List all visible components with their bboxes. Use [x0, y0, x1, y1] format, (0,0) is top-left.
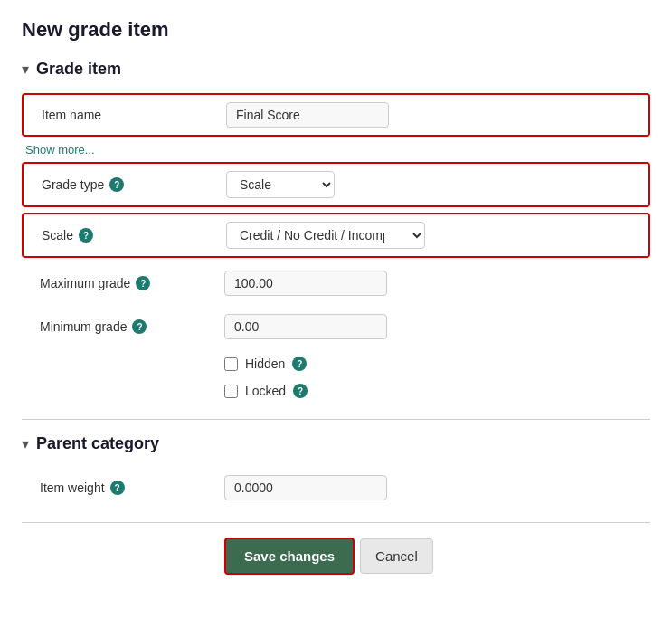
maximum-grade-input[interactable] [224, 271, 387, 296]
item-name-row: Item name [24, 95, 648, 135]
parent-category-section: ▾ Parent category Item weight ? [22, 434, 650, 508]
grade-type-help-icon[interactable]: ? [109, 177, 124, 192]
item-name-label: Item name [42, 108, 101, 122]
hidden-checkbox[interactable] [224, 357, 238, 371]
scale-row-wrapper: Scale ? Credit / No Credit / Incomplete … [22, 213, 650, 258]
grade-type-row: Grade type ? Value Scale Text None [24, 164, 648, 205]
locked-help-icon[interactable]: ? [293, 384, 308, 398]
item-name-label-col: Item name [27, 108, 226, 122]
minimum-grade-input-col [224, 314, 647, 339]
item-name-row-wrapper: Item name [22, 93, 650, 137]
item-weight-label: Item weight [40, 481, 105, 495]
maximum-grade-input-col [224, 271, 647, 296]
minimum-grade-help-icon[interactable]: ? [132, 319, 147, 334]
hidden-label: Hidden [245, 357, 285, 371]
grade-type-label: Grade type [42, 177, 104, 192]
scale-help-icon[interactable]: ? [79, 228, 93, 243]
page-title: New grade item [22, 18, 650, 42]
minimum-grade-input[interactable] [224, 314, 387, 339]
minimum-grade-label: Minimum grade [40, 319, 127, 334]
scale-label: Scale [42, 228, 73, 243]
item-name-input-col [226, 102, 645, 128]
item-weight-label-col: Item weight ? [25, 481, 224, 495]
parent-category-chevron[interactable]: ▾ [22, 435, 29, 452]
footer-row: Save changes Cancel [22, 522, 650, 578]
maximum-grade-label: Maximum grade [40, 276, 130, 290]
item-name-input[interactable] [226, 102, 389, 128]
maximum-grade-help-icon[interactable]: ? [136, 276, 150, 290]
hidden-help-icon[interactable]: ? [292, 357, 307, 371]
hidden-checkbox-row: Hidden ? [22, 350, 650, 377]
maximum-grade-label-col: Maximum grade ? [25, 276, 224, 290]
grade-type-label-col: Grade type ? [27, 177, 226, 192]
show-more-link[interactable]: Show more... [22, 143, 95, 157]
grade-item-heading: Grade item [36, 60, 121, 79]
maximum-grade-row: Maximum grade ? [22, 263, 650, 303]
grade-type-select[interactable]: Value Scale Text None [226, 171, 335, 198]
item-weight-help-icon[interactable]: ? [110, 481, 125, 495]
item-weight-input-col [224, 475, 647, 500]
parent-category-heading: Parent category [36, 434, 159, 453]
locked-checkbox-row: Locked ? [22, 377, 650, 404]
scale-select[interactable]: Credit / No Credit / Incomplete Pass/Fai… [226, 222, 425, 249]
scale-input-col: Credit / No Credit / Incomplete Pass/Fai… [226, 222, 645, 249]
cancel-button[interactable]: Cancel [360, 538, 433, 574]
locked-checkbox[interactable] [224, 385, 238, 398]
section-divider [22, 419, 650, 420]
item-weight-input[interactable] [224, 475, 387, 500]
scale-row: Scale ? Credit / No Credit / Incomplete … [24, 214, 648, 256]
locked-label: Locked [245, 384, 286, 398]
minimum-grade-row: Minimum grade ? [22, 307, 650, 347]
minimum-grade-label-col: Minimum grade ? [25, 319, 224, 334]
save-button[interactable]: Save changes [224, 538, 355, 575]
grade-type-row-wrapper: Grade type ? Value Scale Text None [22, 162, 650, 207]
grade-item-chevron[interactable]: ▾ [22, 61, 29, 78]
scale-label-col: Scale ? [27, 228, 226, 243]
item-weight-row: Item weight ? [22, 468, 650, 508]
grade-type-input-col: Value Scale Text None [226, 171, 645, 198]
grade-item-section: ▾ Grade item Item name Show more... Grad… [22, 60, 650, 404]
